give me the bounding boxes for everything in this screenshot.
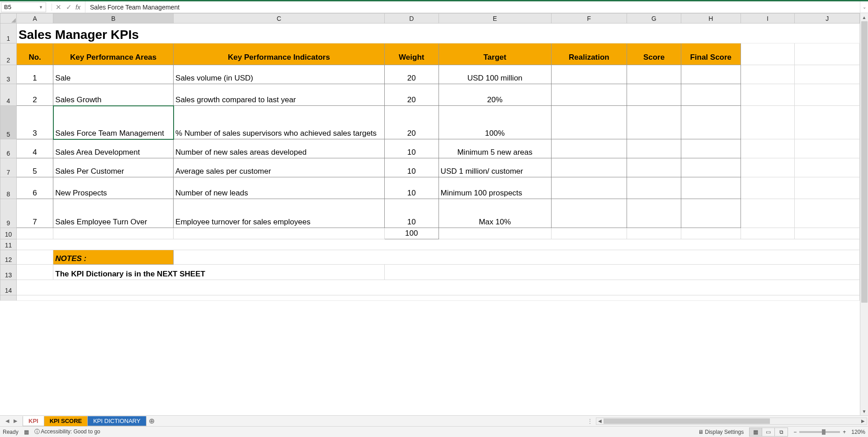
cell[interactable]: [741, 65, 795, 84]
cell[interactable]: [741, 177, 795, 199]
row-header-12[interactable]: 12: [0, 250, 17, 265]
cell-score[interactable]: [627, 84, 681, 106]
accept-icon[interactable]: ✓: [65, 3, 73, 11]
cell-kpi[interactable]: % Number of sales supervisors who achiev…: [174, 106, 385, 139]
cell[interactable]: [795, 199, 860, 228]
vertical-scrollbar[interactable]: ▲ ▼: [860, 13, 868, 415]
page-layout-view-button[interactable]: ▭: [762, 428, 775, 436]
cell-score[interactable]: [627, 139, 681, 158]
cell-realization[interactable]: [551, 84, 627, 106]
horizontal-scrollbar[interactable]: ◀ ▶: [596, 418, 867, 425]
cell-target[interactable]: Minimum 5 new areas: [439, 139, 551, 158]
cell[interactable]: [627, 228, 681, 239]
scroll-thumb[interactable]: [861, 21, 868, 303]
cell[interactable]: [795, 139, 860, 158]
row-header-7[interactable]: 7: [0, 158, 17, 177]
col-header-J[interactable]: J: [795, 14, 860, 24]
cell-weight[interactable]: 10: [384, 139, 439, 158]
cancel-icon[interactable]: ✕: [55, 3, 62, 11]
cell[interactable]: [741, 199, 795, 228]
scroll-thumb[interactable]: [604, 418, 770, 424]
tab-kpi[interactable]: KPI: [23, 416, 44, 426]
cell[interactable]: [16, 250, 53, 265]
row-header-15[interactable]: [0, 295, 17, 301]
cell-final[interactable]: [681, 158, 741, 177]
cell-final[interactable]: [681, 84, 741, 106]
cell-weight[interactable]: 20: [384, 65, 439, 84]
fx-icon[interactable]: fx: [75, 4, 80, 11]
cell-realization[interactable]: [551, 65, 627, 84]
cell-final[interactable]: [681, 177, 741, 199]
scroll-right-icon[interactable]: ▶: [859, 418, 867, 423]
cell-realization[interactable]: [551, 106, 627, 139]
cell-realization[interactable]: [551, 158, 627, 177]
cell-final[interactable]: [681, 199, 741, 228]
page-title[interactable]: Sales Manager KPIs: [16, 24, 859, 43]
zoom-handle[interactable]: [822, 429, 826, 435]
cell-no[interactable]: 5: [16, 158, 53, 177]
row-header-5[interactable]: 5: [0, 106, 17, 139]
row-header-6[interactable]: 6: [0, 139, 17, 158]
row-header-13[interactable]: 13: [0, 265, 17, 280]
cell[interactable]: [741, 228, 795, 239]
cell-kpi[interactable]: Sales growth compared to last year: [174, 84, 385, 106]
cell-weight[interactable]: 10: [384, 199, 439, 228]
col-header-E[interactable]: E: [439, 14, 551, 24]
cell-target[interactable]: USD 1 million/ customer: [439, 158, 551, 177]
scroll-left-icon[interactable]: ◀: [596, 418, 604, 423]
col-header-D[interactable]: D: [384, 14, 439, 24]
cell[interactable]: [174, 250, 860, 265]
notes-text[interactable]: The KPI Dictionary is in the NEXT SHEET: [53, 265, 385, 280]
row-header-3[interactable]: 3: [0, 65, 17, 84]
col-header-A[interactable]: A: [16, 14, 53, 24]
col-header-G[interactable]: G: [627, 14, 681, 24]
tab-next-icon[interactable]: ▶: [14, 418, 17, 424]
cell-no[interactable]: 7: [16, 199, 53, 228]
cell-no[interactable]: 2: [16, 84, 53, 106]
cell[interactable]: [795, 84, 860, 106]
name-box[interactable]: B5 ▼: [1, 2, 46, 12]
zoom-slider[interactable]: − +: [793, 429, 846, 435]
cell-realization[interactable]: [551, 139, 627, 158]
cell-kpi[interactable]: Number of new sales areas developed: [174, 139, 385, 158]
col-header-F[interactable]: F: [551, 14, 627, 24]
cell[interactable]: [741, 139, 795, 158]
chevron-down-icon[interactable]: ▼: [39, 5, 43, 10]
new-sheet-button[interactable]: ⊕: [146, 417, 158, 425]
cell-target[interactable]: Minimum 100 prospects: [439, 177, 551, 199]
tab-kpi-score[interactable]: KPI SCORE: [44, 416, 88, 426]
hdr-kpa[interactable]: Key Performance Areas: [53, 43, 174, 65]
normal-view-button[interactable]: ▦: [750, 428, 762, 436]
zoom-track[interactable]: [799, 431, 840, 433]
cell[interactable]: [741, 43, 795, 65]
cell-kpa[interactable]: Sales Per Customer: [53, 158, 174, 177]
cell-target[interactable]: 20%: [439, 84, 551, 106]
page-break-view-button[interactable]: ⧉: [775, 428, 788, 436]
cell[interactable]: [551, 228, 627, 239]
row-header-1[interactable]: 1: [0, 24, 17, 43]
formula-input[interactable]: Sales Force Team Management: [85, 1, 860, 13]
expand-formula-bar-icon[interactable]: ⌄: [860, 1, 868, 13]
cell-kpi[interactable]: Sales volume (in USD): [174, 65, 385, 84]
cell[interactable]: [16, 280, 859, 295]
cell[interactable]: [681, 228, 741, 239]
row-header-4[interactable]: 4: [0, 84, 17, 106]
macro-record-icon[interactable]: ▦: [24, 429, 29, 435]
cell-realization[interactable]: [551, 177, 627, 199]
cell-realization[interactable]: [551, 199, 627, 228]
cell-no[interactable]: 3: [16, 106, 53, 139]
hdr-realization[interactable]: Realization: [551, 43, 627, 65]
cell[interactable]: [795, 43, 860, 65]
cell[interactable]: [16, 295, 859, 301]
hdr-weight[interactable]: Weight: [384, 43, 439, 65]
tab-kpi-dictionary[interactable]: KPI DICTIONARY: [87, 416, 146, 426]
cell-no[interactable]: 4: [16, 139, 53, 158]
cell-final[interactable]: [681, 106, 741, 139]
zoom-in-button[interactable]: +: [843, 429, 846, 435]
accessibility-status[interactable]: ⓘ Accessibility: Good to go: [34, 428, 100, 436]
cell[interactable]: [16, 228, 53, 239]
cell-kpi[interactable]: Number of new leads: [174, 177, 385, 199]
cell-score[interactable]: [627, 177, 681, 199]
cell-no[interactable]: 1: [16, 65, 53, 84]
cell-kpa[interactable]: Sale: [53, 65, 174, 84]
